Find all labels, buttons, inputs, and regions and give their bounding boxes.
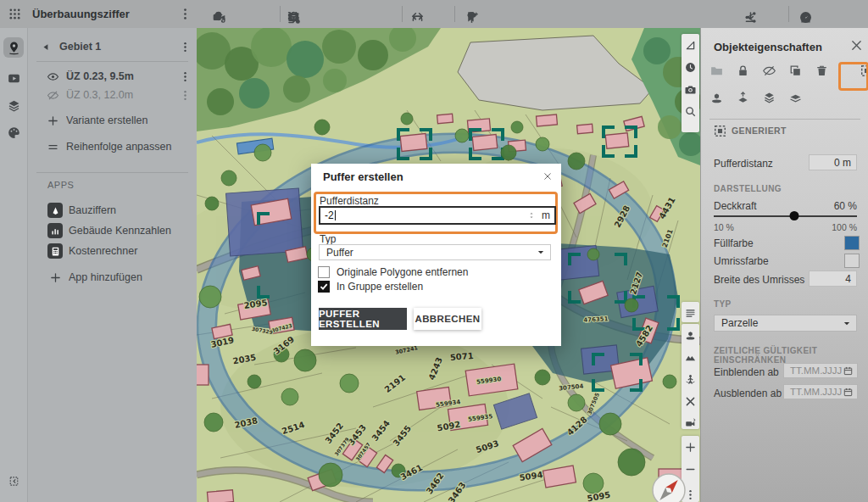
app-title: Überbauungsziffer	[32, 8, 130, 20]
outline-color-swatch[interactable]	[844, 254, 860, 268]
plus-icon[interactable]	[682, 436, 699, 458]
variant-menu-icon[interactable]	[178, 69, 192, 84]
kennzahlen-app-icon	[47, 223, 63, 238]
remove-polygons-checkbox-row[interactable]: Originale Polygone entfernen	[318, 266, 468, 278]
close-dialog-icon[interactable]	[540, 169, 555, 184]
reorder-icon	[45, 139, 60, 154]
app-item-kostenrechner[interactable]: Kostenrechner	[47, 242, 192, 260]
create-buffer-button[interactable]: PUFFER ERSTELLEN	[319, 308, 407, 330]
close-panel-icon[interactable]	[849, 38, 868, 59]
create-in-group-label: In Gruppe erstellen	[337, 281, 423, 293]
layer-up-icon[interactable]	[736, 91, 758, 111]
collapse-group-icon[interactable]	[38, 39, 53, 54]
view-tools	[682, 34, 699, 122]
sidebar-item-variant-2[interactable]: ÜZ 0.3, 12.0m	[45, 86, 192, 104]
generated-label: GENERIERT	[732, 126, 787, 136]
opacity-slider-thumb[interactable]	[789, 211, 798, 220]
app-item-bauziffern[interactable]: Bauziffern	[47, 201, 192, 220]
opacity-value: 60 %	[834, 200, 857, 212]
add-tree-icon[interactable]	[461, 7, 481, 27]
opacity-max-label: 100 %	[832, 222, 857, 232]
compass[interactable]	[648, 469, 689, 502]
buffer-icon[interactable]	[860, 64, 868, 84]
outline-width-input[interactable]: 4	[809, 271, 857, 287]
search-icon[interactable]	[682, 100, 699, 122]
plus-icon	[45, 113, 60, 128]
application-window: Überbauungsziffer Gebiet 1 ÜZ 0.23, 9.5m	[0, 0, 868, 502]
checkbox-unchecked[interactable]	[318, 266, 330, 278]
cancel-button[interactable]: ABBRECHEN	[414, 308, 481, 330]
text-cursor	[335, 210, 336, 220]
variant-menu-icon[interactable]	[178, 87, 192, 103]
fill-color-swatch[interactable]	[844, 236, 860, 250]
chevron-down-icon	[535, 247, 547, 259]
layer-list-toolbar	[682, 302, 699, 322]
eye-off-icon[interactable]	[762, 64, 784, 84]
camera-pan-icon[interactable]	[682, 412, 699, 434]
flat-layers-icon[interactable]	[788, 91, 810, 111]
properties-panel: Objekteigenschaften GENERIERT Pufferdist…	[700, 28, 868, 502]
calendar-icon[interactable]	[842, 385, 854, 399]
sidebar-item-gebiet[interactable]: Gebiet 1	[38, 37, 192, 56]
apps-grid-icon[interactable]	[4, 3, 25, 24]
hide-from-date-input[interactable]: TT.MM.JJJJ	[783, 384, 858, 399]
type-heading: TYP	[714, 299, 732, 309]
viewpoint-icon[interactable]	[709, 91, 732, 111]
display-heading: DARSTELLUNG	[714, 184, 782, 193]
clock-icon[interactable]	[682, 56, 699, 78]
buffer-distance-input[interactable]: 0 m	[809, 154, 857, 170]
distance-value: -2	[325, 209, 334, 221]
stack-icon[interactable]	[762, 91, 784, 111]
distance-input[interactable]: -2 m	[319, 206, 556, 225]
group-menu-icon[interactable]	[178, 39, 192, 54]
sidebar-menu-icon[interactable]	[175, 3, 195, 24]
visibility-on-icon[interactable]	[45, 69, 60, 84]
camera-icon[interactable]	[682, 78, 699, 100]
copy-icon[interactable]	[788, 64, 810, 84]
sidebar-item-variant-1[interactable]: ÜZ 0.23, 9.5m	[45, 67, 192, 86]
pegman-icon[interactable]	[682, 368, 699, 390]
align-lines-icon[interactable]	[283, 7, 303, 27]
triangle-icon[interactable]	[682, 34, 699, 56]
divider	[36, 61, 188, 62]
add-app-button[interactable]: App hinzufügen	[47, 268, 192, 287]
xmark-icon[interactable]	[682, 390, 699, 412]
checkbox-checked[interactable]	[318, 281, 330, 293]
calendar-icon[interactable]	[842, 364, 854, 377]
download-icon[interactable]	[740, 7, 760, 27]
left-icon-rail	[0, 28, 28, 502]
user-icon[interactable]	[795, 7, 815, 27]
distance-unit: m	[542, 209, 550, 221]
view-toolbar	[682, 34, 699, 132]
lock-icon[interactable]	[736, 64, 758, 84]
validity-heading: ZEITLICHE GÜLTIGKEIT EINSCHRÄNKEN	[714, 346, 868, 365]
opacity-slider[interactable]	[714, 215, 857, 217]
folder-icon[interactable]	[709, 64, 732, 84]
number-spinner-icon[interactable]	[526, 209, 537, 222]
show-from-date-input[interactable]: TT.MM.JJJJ	[783, 363, 858, 378]
app-item-kennzahlen[interactable]: Gebäude Kennzahlen	[47, 221, 192, 240]
visibility-off-icon[interactable]	[45, 87, 60, 103]
reorder-button[interactable]: Reihenfolge anpassen	[45, 137, 192, 156]
trash-icon[interactable]	[815, 64, 837, 84]
video-camera-icon[interactable]	[209, 7, 229, 27]
app-label: Gebäude Kennzahlen	[69, 225, 192, 237]
show-from-label: Einblenden ab	[714, 366, 779, 378]
media-video-icon[interactable]	[3, 68, 24, 88]
type-select-value: Parzelle	[721, 317, 841, 329]
panel-title: Objekteigenschaften	[714, 41, 822, 53]
mountains-icon[interactable]	[682, 346, 699, 368]
palette-icon[interactable]	[3, 122, 24, 142]
type-select[interactable]: Parzelle	[714, 315, 857, 332]
scenario-pin-icon[interactable]	[3, 37, 24, 58]
create-in-group-checkbox-row[interactable]: In Gruppe erstellen	[318, 281, 423, 293]
viewpoint-icon[interactable]	[682, 324, 699, 346]
layers-icon[interactable]	[3, 95, 24, 115]
sidebar: Gebiet 1 ÜZ 0.23, 9.5m ÜZ 0.3, 12.0m Var…	[28, 28, 197, 502]
kostenrechner-app-icon	[47, 243, 63, 259]
list-icon[interactable]	[682, 302, 699, 324]
redo-icon[interactable]	[407, 7, 427, 27]
collapse-panel-icon[interactable]	[3, 471, 24, 491]
buffer-type-select[interactable]: Puffer	[319, 244, 551, 260]
create-variant-button[interactable]: Variante erstellen	[45, 111, 192, 130]
